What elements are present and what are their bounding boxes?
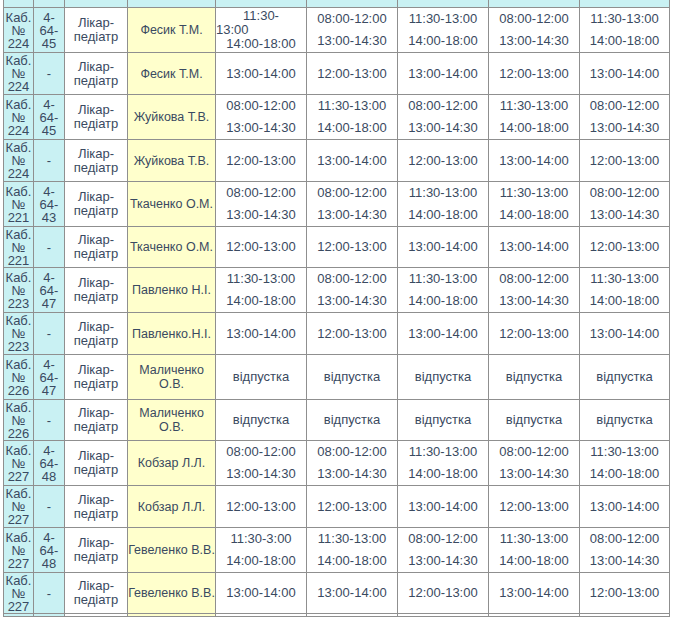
schedule-cell: 08:00-12:0013:00-14:30 [307,268,398,313]
cabinet-number: № [4,587,33,600]
doctor-name-cell: Гевеленко В.В. [128,528,216,573]
schedule-cell: 11:30-13:0014:00-18:00 [398,441,489,486]
schedule-time: 14:00-18:00 [307,550,397,572]
phone-cell: 4-64-43 [34,182,65,227]
specialty-label: Лікар- [65,579,127,593]
schedule-cell: 13:00-14:00 [489,140,580,182]
specialty-cell: Лікар-педіатр [65,227,128,268]
schedule-cell: 11:30-13:0014:00-18:00 [489,95,580,140]
cabinet-number: 223 [4,340,33,353]
partial-header-cell [65,0,128,8]
schedule-cell: 12:00-13:00 [398,140,489,182]
schedule-time: 12:00-13:00 [580,586,669,600]
specialty-cell: Лікар-педіатр [65,355,128,400]
phone-number: 4- [34,11,64,24]
schedule-time: 13:00-14:00 [580,500,669,514]
cabinet-number: № [4,544,33,557]
doctor-name: Павленко Н.І. [128,283,215,297]
schedule-cell: відпустка [580,400,670,441]
phone-number: 4- [34,271,64,284]
specialty-label: Лікар- [65,363,127,377]
specialty-label: педіатр [65,550,127,564]
schedule-cell: 08:00-12:0013:00-14:30 [216,95,307,140]
specialty-cell: Лікар-педіатр [65,486,128,528]
cabinet-number: 227 [4,600,33,613]
schedule-time: відпустка [216,413,306,427]
schedule-time: 08:00-12:00 [216,95,306,117]
schedule-cell: 08:00-12:0013:00-14:30 [307,8,398,53]
schedule-cell: 11:30-13:0014:00-18:00 [398,268,489,313]
schedule-time: 11:30- [216,9,306,23]
phone-cell: 4-64-47 [34,355,65,400]
schedule-cell: 13:00-14:00 [580,53,670,95]
cabinet-number: Каб. [4,228,33,241]
schedule-cell: 13:00-14:00 [398,227,489,268]
schedule-time: 12:00-13:00 [216,154,306,168]
schedule-time: 11:30-13:00 [216,268,306,290]
cabinet-number: Каб. [4,444,33,457]
cabinet-cell: Каб.№221 [4,227,34,268]
schedule-cell: 12:00-13:00 [489,313,580,355]
specialty-label: Лікар- [65,449,127,463]
schedule-time: 11:30-13:00 [398,8,488,30]
schedule-time: 14:00-18:00 [398,463,488,485]
schedule-time: 13:00-14:00 [398,67,488,81]
schedule-cell: відпустка [580,355,670,400]
schedule-time: 13:00 [216,23,306,37]
schedule-time: 11:30-13:00 [580,8,669,30]
schedule-time: відпустка [307,413,397,427]
schedule-time: 08:00-12:00 [216,182,306,204]
schedule-time: 14:00-18:00 [216,37,306,51]
schedule-time: 13:00-14:30 [580,550,669,572]
phone-cell: - [34,227,65,268]
schedule-time: 12:00-13:00 [216,500,306,514]
doctor-name: Гевеленко В.В. [128,543,215,557]
schedule-cell: 12:00-13:00 [307,227,398,268]
specialty-label: педіатр [65,420,127,434]
schedule-cell: 11:30-13:0014:00-18:00 [216,8,307,53]
schedule-cell: 13:00-14:00 [489,227,580,268]
cabinet-number: Каб. [4,98,33,111]
schedule-cell: 11:30-13:0014:00-18:00 [398,182,489,227]
specialty-cell: Лікар-педіатр [65,95,128,140]
schedule-time: 08:00-12:00 [580,95,669,117]
cabinet-number: Каб. [4,401,33,414]
schedule-cell: 11:30-13:0014:00-18:00 [580,441,670,486]
schedule-table: Каб.№2244-64-45Лікар-педіатрФесик Т.М.11… [3,0,670,617]
schedule-time: 13:00-14:30 [580,117,669,139]
specialty-cell: Лікар-педіатр [65,441,128,486]
schedule-time: 12:00-13:00 [307,240,397,254]
table-row: Каб.№2214-64-43Лікар-педіатрТкаченко О.М… [4,182,670,227]
cabinet-cell: Каб.№226 [4,400,34,441]
phone-number: - [34,67,64,80]
schedule-cell: 08:00-12:0013:00-14:30 [398,528,489,573]
schedule-time: 13:00-14:30 [489,463,579,485]
doctor-name: Гевеленко В.В. [128,586,215,600]
phone-cell: - [34,313,65,355]
specialty-label: Лікар- [65,60,127,74]
table-row: Каб.№2264-64-47Лікар-педіатрМаличенко О.… [4,355,670,400]
cabinet-number: 221 [4,211,33,224]
specialty-label: педіатр [65,247,127,261]
schedule-time: 14:00-18:00 [216,290,306,312]
schedule-time: 14:00-18:00 [307,117,397,139]
phone-number: 64- [34,457,64,470]
schedule-cell: 13:00-14:00 [398,313,489,355]
table-row: Каб.№2274-64-48Лікар-педіатрКобзар Л.Л.0… [4,441,670,486]
phone-number: 45 [34,124,64,137]
doctor-name: Фесик Т.М. [128,67,215,81]
specialty-label: педіатр [65,507,127,521]
schedule-cell: 11:30-13:0014:00-18:00 [216,268,307,313]
schedule-time: 12:00-13:00 [307,67,397,81]
cabinet-cell: Каб.№221 [4,182,34,227]
schedule-time: 13:00-14:00 [398,327,488,341]
cabinet-cell: Каб.№224 [4,8,34,53]
schedule-time: 12:00-13:00 [580,154,669,168]
schedule-time: відпустка [489,413,579,427]
specialty-label: Лікар- [65,16,127,30]
specialty-label: педіатр [65,161,127,175]
schedule-cell: відпустка [398,400,489,441]
schedule-time: 08:00-12:00 [398,528,488,550]
schedule-cell: 11:30-13:0014:00-18:00 [489,182,580,227]
phone-cell: 4-64-47 [34,268,65,313]
